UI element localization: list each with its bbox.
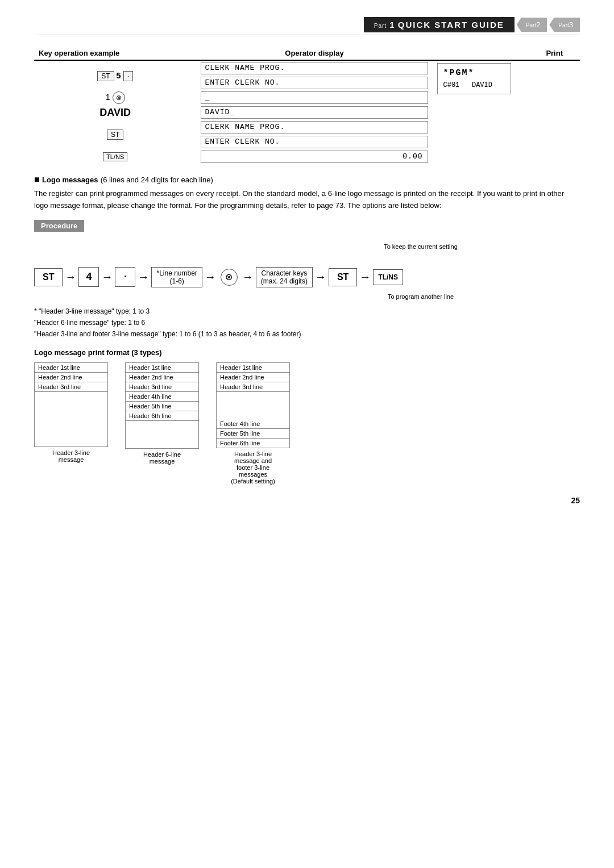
format-box-row: Header 2nd line [35, 373, 107, 382]
format-label-1: Header 3-linemessage [52, 449, 90, 463]
format-box-row: Header 3rd line [35, 382, 107, 392]
procedure-label: Procedure [34, 220, 84, 232]
part1-prefix: Part [374, 23, 387, 29]
above-label: To keep the current setting [262, 243, 580, 250]
format-box-row: Header 1st line [126, 363, 198, 373]
format-box-3: Header 1st line Header 2nd line Header 3… [216, 362, 290, 448]
format-box-row: Header 3rd line [126, 382, 198, 392]
logo-messages-section: ■ Logo messages (6 lines and 24 digits f… [34, 174, 580, 485]
format-box-row: Header 3rd line [217, 382, 289, 392]
display-enter-clerk-no-1: ENTER CLERK NO. [201, 77, 428, 89]
below-label: To program another line [262, 293, 580, 300]
flow-diagram: ST → 4 → · → *Line number (1-6) → ⊗ → [34, 267, 580, 287]
key-dot: · [123, 71, 133, 81]
format-box-1: Header 1st line Header 2nd line Header 3… [34, 362, 108, 447]
part1-title: QUICK START GUIDE [398, 20, 504, 30]
format-box-row: Footer 5th line [217, 429, 289, 439]
format-box-row: Header 2nd line [217, 373, 289, 382]
display-clerk-name-prog-2: CLERK NAME PROG. [201, 121, 428, 133]
format-box-row: Header 5th line [126, 402, 198, 411]
format-box-empty [217, 410, 289, 419]
col-display: Operator display [196, 47, 432, 60]
display-david: DAVID_ [201, 106, 428, 119]
display-underscore: _ [201, 91, 428, 104]
table-row: TL/NS 0.00 [34, 149, 580, 164]
flow-char-keys-group: Character keys (max. 24 digits) [256, 267, 313, 287]
format-box-empty [35, 428, 107, 437]
format-box-empty [35, 437, 107, 446]
flow-dot: · [115, 267, 135, 287]
table-row: ST 5 · CLERK NAME PROG. *PGM* C#01 DAVID [34, 60, 580, 76]
format-box-empty [35, 410, 107, 419]
header-nav: Part 1 QUICK START GUIDE Part2 Part3 [34, 17, 580, 35]
format-box-empty [35, 419, 107, 428]
key-1: 1 [106, 93, 113, 102]
format-col-2: Header 1st line Header 2nd line Header 3… [125, 362, 199, 465]
flow-4: 4 [78, 267, 99, 287]
flow-arrow-5: → [242, 270, 254, 283]
display-clerk-name-prog-1: CLERK NAME PROG. [201, 62, 428, 74]
notes: * "Header 3-line message" type: 1 to 3 "… [34, 306, 580, 340]
operation-table: Key operation example Operator display P… [34, 47, 580, 164]
note-2: "Header 6-line message" type: 1 to 6 [34, 317, 580, 328]
format-box-2: Header 1st line Header 2nd line Header 3… [125, 362, 199, 449]
logo-title: ■ Logo messages (6 lines and 24 digits f… [34, 174, 580, 185]
flow-st-2: ST [329, 268, 357, 286]
flow-arrow-3: → [138, 270, 149, 283]
flow-char-keys-box: Character keys (max. 24 digits) [256, 267, 313, 287]
logo-description: The register can print programmed messag… [34, 188, 580, 212]
key-st-2: ST [107, 130, 123, 140]
format-box-row: Header 4th line [126, 392, 198, 402]
part2-tab: Part2 [517, 18, 547, 32]
flow-diagram-container: To keep the current setting ST → 4 → · →… [34, 243, 580, 300]
flow-arrow-4: → [205, 270, 216, 283]
format-label-2: Header 6-linemessage [143, 451, 181, 465]
flow-line-number-box: *Line number (1-6) [151, 267, 202, 287]
flow-tlns: TL/NS [373, 269, 403, 285]
format-box-empty [126, 430, 198, 439]
format-box-row: Footer 6th line [217, 439, 289, 448]
format-box-empty [217, 401, 289, 410]
key-tlns: TL/NS [103, 152, 127, 161]
flow-arrow-6: → [315, 270, 326, 283]
format-box-row: Header 6th line [126, 411, 198, 421]
display-enter-clerk-no-2: ENTER CLERK NO. [201, 136, 428, 148]
flow-arrow-2: → [101, 270, 113, 283]
page-number: 25 [34, 496, 580, 505]
col-key: Key operation example [34, 47, 196, 60]
format-label-3: Header 3-linemessage andfooter 3-linemes… [231, 450, 275, 485]
format-col-3: Header 1st line Header 2nd line Header 3… [216, 362, 290, 485]
format-box-empty [35, 392, 107, 401]
print-receipt: *PGM* C#01 DAVID [437, 63, 511, 94]
format-box-empty [35, 401, 107, 410]
key-cross-circle: ⊗ [113, 91, 125, 104]
flow-st-1: ST [34, 268, 63, 286]
part1-tab: Part 1 QUICK START GUIDE [364, 17, 515, 32]
format-box-row: Footer 4th line [217, 419, 289, 429]
flow-arrow-7: → [359, 270, 371, 283]
part1-number: 1 [389, 20, 395, 30]
logo-format-title: Logo message print format (3 types) [34, 348, 580, 357]
format-boxes-row: Header 1st line Header 2nd line Header 3… [34, 362, 580, 485]
key-david: DAVID [34, 105, 196, 120]
note-3: "Header 3-line and footer 3-line message… [34, 328, 580, 340]
display-total: 0.00 [201, 151, 428, 163]
note-1: * "Header 3-line message" type: 1 to 3 [34, 306, 580, 317]
key-5: 5 [116, 70, 123, 80]
part3-tab: Part3 [549, 18, 580, 32]
format-col-1: Header 1st line Header 2nd line Header 3… [34, 362, 108, 463]
format-box-empty [217, 392, 289, 401]
flow-cross-circle: ⊗ [221, 269, 238, 286]
flow-line-number-group: *Line number (1-6) [151, 267, 202, 287]
format-box-empty [126, 421, 198, 430]
format-box-row: Header 1st line [35, 363, 107, 373]
col-print: Print [433, 47, 580, 60]
flow-arrow-1: → [65, 270, 76, 283]
format-box-row: Header 1st line [217, 363, 289, 373]
format-box-empty [126, 439, 198, 448]
format-box-row: Header 2nd line [126, 373, 198, 382]
key-st: ST [97, 71, 114, 81]
